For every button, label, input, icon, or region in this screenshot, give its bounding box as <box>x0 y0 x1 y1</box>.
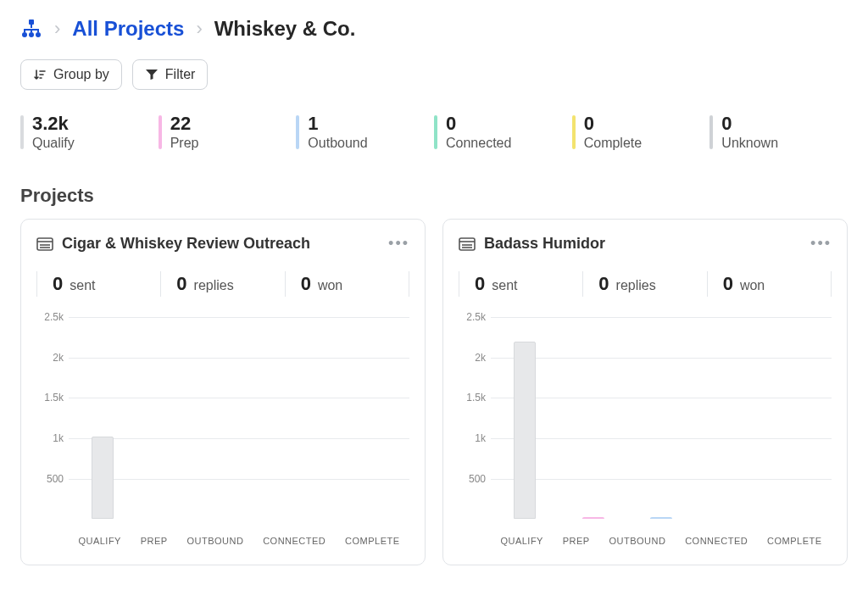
metric-sent-label: sent <box>70 278 95 293</box>
chart-grid: 2.5k2k1.5k1k500 <box>491 317 832 519</box>
ytick: 500 <box>455 473 486 485</box>
stat-label: Prep <box>170 136 297 151</box>
stat-value: 1 <box>308 114 434 134</box>
stats-row: 3.2k Qualify 22 Prep 1 Outbound 0 Connec… <box>20 114 848 151</box>
filter-label: Filter <box>165 67 196 82</box>
ytick: 2.5k <box>455 311 486 323</box>
metric-replies-label: replies <box>194 278 234 293</box>
ytick: 1.5k <box>33 392 64 404</box>
chevron-right-icon: › <box>196 18 202 40</box>
stat-item: 1 Outbound <box>296 114 434 151</box>
stat-label: Outbound <box>308 136 434 151</box>
svg-point-2 <box>29 32 34 37</box>
ytick: 500 <box>33 473 64 485</box>
stat-item: 0 Complete <box>572 114 710 151</box>
stat-item: 0 Unknown <box>709 114 848 151</box>
group-by-label: Group by <box>53 67 109 82</box>
ytick: 1k <box>455 432 486 444</box>
svg-rect-0 <box>29 19 34 25</box>
breadcrumb-all-projects[interactable]: All Projects <box>72 17 184 41</box>
ytick: 1k <box>33 432 64 444</box>
xlabel: CONNECTED <box>263 536 326 546</box>
metric-sent: 0 sent <box>459 271 582 297</box>
more-icon[interactable]: ••• <box>810 235 832 253</box>
project-title[interactable]: Badass Humidor <box>484 235 802 253</box>
chart-xlabels: QUALIFYPREPOUTBOUNDCONNECTEDCOMPLETE <box>491 536 832 546</box>
xlabel: QUALIFY <box>78 536 121 546</box>
metric-sent-value: 0 <box>53 273 63 295</box>
more-icon[interactable]: ••• <box>388 235 409 253</box>
stat-label: Qualify <box>32 136 159 151</box>
xlabel: QUALIFY <box>500 536 543 546</box>
filter-icon <box>145 69 159 81</box>
metric-won: 0 won <box>285 271 409 297</box>
bar-prep <box>582 517 604 519</box>
chart: 2.5k2k1.5k1k500 QUALIFYPREPOUTBOUNDCONNE… <box>459 317 832 546</box>
xlabel: CONNECTED <box>685 536 748 546</box>
stat-label: Unknown <box>721 136 848 151</box>
metric-won: 0 won <box>707 271 832 297</box>
project-title[interactable]: Cigar & Whiskey Review Outreach <box>62 235 380 253</box>
ytick: 2k <box>455 352 486 364</box>
project-card: Cigar & Whiskey Review Outreach ••• 0 se… <box>20 219 426 565</box>
filter-button[interactable]: Filter <box>132 59 209 90</box>
svg-point-3 <box>36 32 41 37</box>
stat-item: 3.2k Qualify <box>20 114 159 151</box>
metric-won-label: won <box>740 278 765 293</box>
stat-item: 0 Connected <box>434 114 572 151</box>
ytick: 2.5k <box>33 311 64 323</box>
chart-xlabels: QUALIFYPREPOUTBOUNDCONNECTEDCOMPLETE <box>69 536 409 546</box>
metric-won-label: won <box>318 278 342 293</box>
stat-value: 0 <box>721 114 848 134</box>
list-icon <box>36 237 53 251</box>
toolbar: Group by Filter <box>20 59 848 90</box>
breadcrumb-current: Whiskey & Co. <box>214 17 356 41</box>
sort-icon <box>33 68 47 81</box>
stat-label: Connected <box>446 136 572 151</box>
stat-value: 0 <box>584 114 710 134</box>
metric-sent: 0 sent <box>36 271 160 297</box>
breadcrumb: › All Projects › Whiskey & Co. <box>20 17 848 41</box>
stat-item: 22 Prep <box>159 114 297 151</box>
bar-outbound <box>650 517 672 519</box>
xlabel: OUTBOUND <box>186 536 243 546</box>
metric-won-value: 0 <box>301 273 311 295</box>
xlabel: PREP <box>141 536 168 546</box>
xlabel: OUTBOUND <box>609 536 665 546</box>
list-icon <box>459 237 476 251</box>
chart: 2.5k2k1.5k1k500 QUALIFYPREPOUTBOUNDCONNE… <box>36 317 409 546</box>
svg-rect-8 <box>459 238 475 250</box>
projects-heading: Projects <box>20 185 848 207</box>
metric-replies-value: 0 <box>176 273 186 295</box>
stat-label: Complete <box>584 136 710 151</box>
svg-point-1 <box>22 32 27 37</box>
svg-rect-4 <box>37 238 53 250</box>
chart-grid: 2.5k2k1.5k1k500 <box>69 317 409 519</box>
ytick: 2k <box>33 352 64 364</box>
ytick: 1.5k <box>455 392 486 404</box>
xlabel: COMPLETE <box>767 536 822 546</box>
metric-sent-value: 0 <box>475 273 485 295</box>
stat-value: 0 <box>446 114 572 134</box>
metric-sent-label: sent <box>492 278 517 293</box>
bar-qualify <box>514 342 536 519</box>
group-by-button[interactable]: Group by <box>20 59 122 90</box>
metric-replies: 0 replies <box>160 271 284 297</box>
xlabel: PREP <box>563 536 590 546</box>
chevron-right-icon: › <box>54 18 60 40</box>
xlabel: COMPLETE <box>345 536 400 546</box>
project-card: Badass Humidor ••• 0 sent 0 replies 0 wo… <box>442 219 848 565</box>
stat-value: 22 <box>170 114 297 134</box>
bar-qualify <box>92 437 114 519</box>
metric-won-value: 0 <box>723 273 733 295</box>
project-cards: Cigar & Whiskey Review Outreach ••• 0 se… <box>20 219 848 565</box>
metric-replies: 0 replies <box>582 271 706 297</box>
metric-replies-label: replies <box>616 278 656 293</box>
sitemap-icon[interactable] <box>20 19 42 39</box>
stat-value: 3.2k <box>32 114 159 134</box>
metric-replies-value: 0 <box>598 273 609 295</box>
